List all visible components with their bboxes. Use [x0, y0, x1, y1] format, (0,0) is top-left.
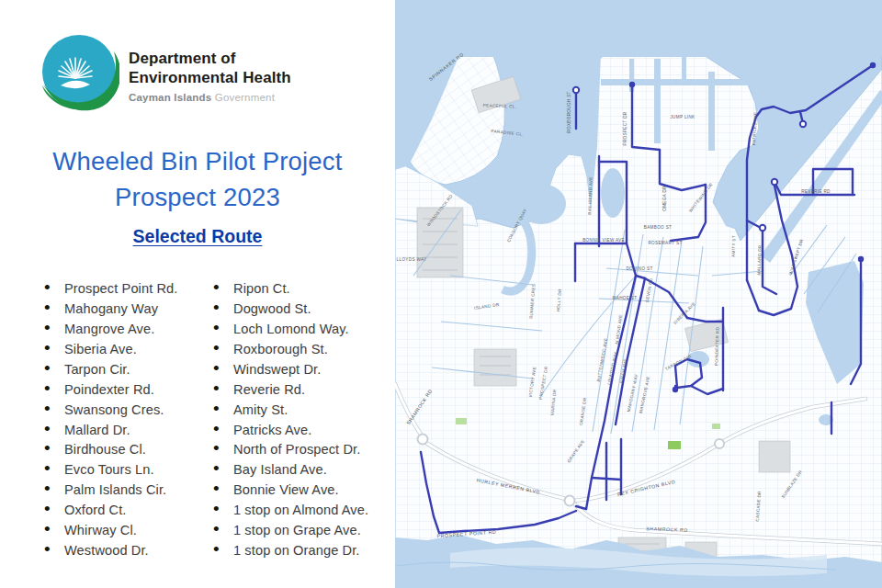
route-endpoint [772, 179, 777, 185]
route-endpoint [573, 87, 579, 93]
route-list-item: Roxborough St. [213, 339, 382, 359]
route-list-item: Dogwood St. [213, 299, 382, 319]
route-list-item: Bonnie View Ave. [213, 480, 382, 500]
route-map: SPINNAKER RDPEACEFUL CL.PARADISE CL.ROXB… [395, 0, 882, 588]
page-title-line1: Wheeled Bin Pilot Project [0, 143, 395, 179]
street-label: DOMINO ST [626, 266, 652, 271]
route-list-item: Palm Islands Cir. [44, 480, 213, 500]
route-list-item: Amity St. [213, 400, 382, 420]
street-label: JUMP LINK [670, 115, 695, 119]
route-list-item: Oxford Ct. [44, 500, 213, 520]
route-list-item: Evco Tours Ln. [44, 459, 213, 480]
route-list-item: Whirway Cl. [44, 520, 213, 540]
route-list-item: Loch Lomond Way. [213, 319, 382, 339]
info-panel: Department of Environmental Health Cayma… [0, 0, 395, 588]
route-list-column-2: Ripon Ct.Dogwood St.Loch Lomond Way.Roxb… [213, 278, 382, 560]
street-label: ROSEMARY ST [648, 241, 682, 245]
street-label: LLOYDS WAY [397, 257, 427, 262]
street-label: REVERIE RD [801, 189, 831, 194]
route-list-item: Bay Island Ave. [213, 459, 382, 480]
route-list-item: Westwood Dr. [44, 540, 213, 560]
route-endpoint [629, 82, 635, 87]
route-lists: Prospect Point Rd.Mahogany WayMangrove A… [44, 278, 382, 560]
street-label: OMEGA DR [662, 186, 667, 211]
route-list-item: North of Prospect Dr. [213, 440, 382, 460]
route-list-item: 1 stop on Almond Ave. [213, 500, 382, 520]
flyer: Department of Environmental Health Cayma… [0, 0, 882, 588]
route-endpoint [760, 225, 765, 231]
route-list-item: 1 stop on Orange Dr. [213, 540, 382, 560]
street-label: AMITY ST [731, 235, 737, 257]
route-list-item: Mangrove Ave. [44, 319, 213, 339]
route-list-item: Tarpon Cir. [44, 359, 213, 379]
route-list-item: 1 stop on Grape Ave. [213, 520, 382, 540]
route-list-item: Mahogany Way [44, 299, 213, 319]
street-label: BONNIE VIEW AVE [582, 238, 625, 243]
route-list-column-1: Prospect Point Rd.Mahogany WayMangrove A… [44, 278, 213, 560]
government-subtitle: Cayman Islands Government [129, 92, 291, 103]
route-list-item: Swansong Cres. [44, 400, 213, 420]
department-header: Department of Environmental Health Cayma… [39, 33, 291, 114]
route-list-item: Reverie Rd. [213, 379, 382, 400]
street-label: ROXBOROUGH ST [567, 91, 571, 132]
route-list-item: Windswept Dr. [213, 359, 382, 379]
route-list-item: Mallard Dr. [44, 420, 213, 440]
route-list-item: Prospect Point Rd. [44, 278, 213, 299]
deh-logo-icon [39, 33, 119, 114]
route-endpoint [870, 62, 876, 68]
street-label: PROSPECT DR [623, 111, 628, 145]
department-name-line2: Environmental Health [129, 69, 291, 87]
selected-route-heading: Selected Route [0, 226, 395, 247]
route-endpoint [800, 121, 806, 127]
department-name-line1: Department of [129, 50, 291, 68]
north-water [395, 0, 882, 57]
route-list-item: Ripon Ct. [213, 278, 382, 299]
street-label: BAMBOO ST [644, 225, 672, 230]
route-list-item: Birdhouse Cl. [44, 440, 213, 460]
route-list-item: Siberia Ave. [44, 339, 213, 359]
route-list-item: Patricks Ave. [213, 420, 382, 440]
street-label: MAHOE ST [613, 296, 638, 300]
route-endpoint [673, 387, 678, 392]
route-endpoint [858, 256, 864, 262]
page-title: Wheeled Bin Pilot Project Prospect 2023 [0, 143, 395, 215]
route-list-item: Poindexter Rd. [44, 379, 213, 400]
route-map-canvas: SPINNAKER RDPEACEFUL CL.PARADISE CL.ROXB… [395, 0, 882, 588]
page-title-line2: Prospect 2023 [0, 179, 395, 215]
